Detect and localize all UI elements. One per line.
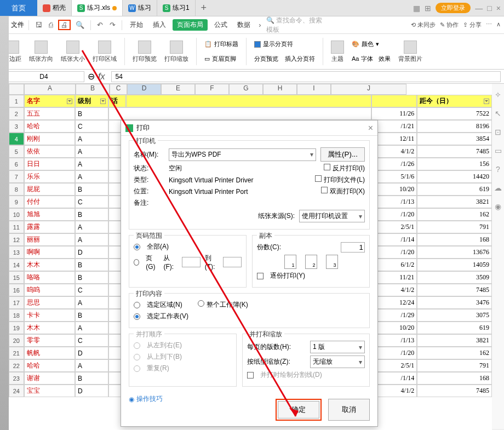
cell[interactable]: 7485: [417, 284, 492, 296]
help-icon[interactable]: ?: [496, 165, 500, 174]
cancel-button[interactable]: 取消: [328, 399, 370, 421]
row-header[interactable]: 1: [9, 95, 24, 107]
name-box[interactable]: [3, 71, 84, 82]
row-header[interactable]: 14: [9, 259, 24, 271]
formula-input[interactable]: [111, 71, 501, 82]
cell[interactable]: 162: [417, 208, 492, 221]
cell[interactable]: /1/26: [371, 158, 417, 170]
cell[interactable]: C: [75, 334, 109, 347]
cell[interactable]: 11/21: [371, 271, 417, 284]
preview-icon[interactable]: 🔍: [74, 21, 86, 29]
col-header[interactable]: I: [297, 84, 331, 95]
file-menu[interactable]: 文件: [11, 20, 24, 30]
properties-button[interactable]: 属性(P)...: [320, 147, 365, 162]
col-header[interactable]: A: [24, 84, 76, 95]
sel-area-radio[interactable]: [134, 302, 140, 308]
row-header[interactable]: 19: [9, 322, 24, 334]
cell[interactable]: 4/1/2: [371, 284, 417, 296]
header-cell[interactable]: 级别: [75, 95, 109, 107]
collate-checkbox[interactable]: [257, 273, 264, 279]
cell[interactable]: 5/1/6: [371, 170, 417, 183]
filter-icon[interactable]: [484, 99, 489, 104]
bgimage-button[interactable]: 背景图片: [398, 41, 422, 63]
cell[interactable]: 14059: [417, 259, 492, 271]
reverse-checkbox[interactable]: [324, 164, 330, 170]
cell[interactable]: 10/20: [371, 183, 417, 196]
cursor-icon[interactable]: ↖: [495, 109, 501, 118]
cell[interactable]: 8196: [417, 120, 492, 133]
cell[interactable]: 木木: [24, 259, 75, 271]
cell[interactable]: 168: [417, 372, 492, 385]
cell[interactable]: /1/21: [371, 120, 417, 133]
row-header[interactable]: 13: [9, 246, 24, 259]
header-cell[interactable]: 名字: [24, 95, 75, 107]
menu-formula[interactable]: 公式: [211, 20, 231, 30]
cell[interactable]: 呜呜: [24, 284, 75, 296]
row-header[interactable]: 7: [9, 170, 24, 183]
cell[interactable]: B: [75, 271, 109, 284]
panel-icon[interactable]: ◉: [495, 202, 501, 211]
cell[interactable]: 零零: [24, 334, 75, 347]
cell[interactable]: 619: [417, 183, 492, 196]
saveas-icon[interactable]: ⎙: [47, 21, 55, 29]
cell[interactable]: 14420: [417, 170, 492, 183]
col-header[interactable]: F: [195, 84, 229, 95]
cell[interactable]: A: [75, 233, 109, 246]
panel-icon[interactable]: ✧: [495, 90, 501, 99]
cell[interactable]: A: [75, 133, 109, 145]
collab-link[interactable]: ✎ 协作: [440, 21, 459, 29]
cell[interactable]: B: [75, 107, 109, 120]
cell[interactable]: 13676: [417, 246, 492, 259]
row-header[interactable]: 16: [9, 284, 24, 296]
cell[interactable]: /1/14: [371, 372, 417, 385]
command-search[interactable]: 🔍 查找命令、搜索模板: [266, 16, 327, 35]
cell[interactable]: 156: [417, 158, 492, 170]
cell[interactable]: 屁屁: [24, 183, 75, 196]
cell[interactable]: A: [75, 322, 109, 334]
menu-start[interactable]: 开始: [127, 20, 146, 30]
cell[interactable]: C: [75, 120, 109, 133]
cell[interactable]: /1/13: [371, 196, 417, 208]
doc-tab[interactable]: W练习: [123, 0, 157, 16]
minimize-icon[interactable]: —: [475, 4, 483, 13]
row-header[interactable]: 6: [9, 158, 24, 170]
cell[interactable]: 791: [417, 221, 492, 233]
row-header[interactable]: 20: [9, 334, 24, 347]
col-header[interactable]: E: [161, 84, 195, 95]
panel-icon[interactable]: ⊡: [495, 128, 501, 136]
row-header[interactable]: 2: [9, 107, 24, 120]
cell[interactable]: 付付: [24, 196, 75, 208]
sync-status[interactable]: ⟲ 未同步: [411, 21, 436, 29]
row-header[interactable]: 9: [9, 196, 24, 208]
cell[interactable]: 7485: [417, 385, 492, 397]
cell[interactable]: A: [75, 158, 109, 170]
printarea-button[interactable]: 打印区域: [93, 41, 117, 63]
cell[interactable]: /1/20: [371, 208, 417, 221]
cell[interactable]: 依依: [24, 145, 75, 158]
cell[interactable]: D: [75, 347, 109, 359]
range-all-radio[interactable]: [134, 244, 140, 250]
panel-icon[interactable]: ▭: [495, 146, 502, 155]
tofile-checkbox[interactable]: [315, 175, 322, 182]
cell[interactable]: A: [75, 221, 109, 233]
redo-icon[interactable]: ↷: [108, 21, 117, 29]
print-titles[interactable]: 📋 打印标题: [204, 38, 238, 50]
save-icon[interactable]: 🖫: [33, 21, 44, 29]
cell[interactable]: 619: [417, 322, 492, 334]
cell[interactable]: 3821: [417, 196, 492, 208]
cell[interactable]: 啊啊: [24, 246, 75, 259]
bypaper-select[interactable]: 无缩放▾: [310, 356, 365, 368]
share-link[interactable]: ⇪ 分享: [463, 21, 482, 29]
menu-pagelayout[interactable]: 页面布局: [173, 19, 208, 31]
printscale-button[interactable]: 打印缩放: [164, 41, 188, 63]
cell[interactable]: A: [75, 145, 109, 158]
cell[interactable]: 11/26: [371, 107, 417, 120]
cell[interactable]: /1/29: [371, 309, 417, 322]
theme-button[interactable]: 主题: [331, 41, 344, 63]
cell[interactable]: 2/5/1: [371, 359, 417, 372]
cell[interactable]: 3075: [417, 309, 492, 322]
row-header[interactable]: 22: [9, 359, 24, 372]
cell[interactable]: 791: [417, 359, 492, 372]
undo-icon[interactable]: ↶: [95, 21, 105, 29]
filter-icon[interactable]: [67, 99, 72, 104]
